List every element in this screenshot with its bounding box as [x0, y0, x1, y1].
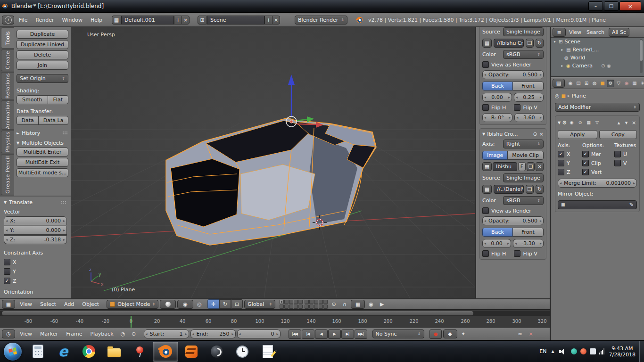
outliner-item-scene[interactable]: ▾ ⊞ Scene — [551, 38, 644, 46]
taskbar-notepad-button[interactable] — [256, 342, 280, 361]
multiedit-mode-button[interactable]: MultiEdit mode s... — [17, 168, 68, 177]
mirror-u-checkbox[interactable]: U — [614, 151, 637, 157]
mirror-x-checkbox[interactable]: X — [558, 151, 579, 157]
volume-icon[interactable] — [559, 349, 567, 354]
taskbar-beamng-button[interactable] — [179, 342, 204, 361]
unlink-image-button[interactable]: × — [536, 162, 544, 171]
duplicate-button[interactable]: Duplicate — [17, 30, 68, 39]
depth-back-button[interactable]: Back — [482, 82, 513, 90]
copy-modifier-button[interactable]: Copy — [599, 130, 637, 139]
view-menu[interactable]: View — [17, 301, 35, 307]
offset-x-field[interactable]: 0.00 — [482, 239, 511, 248]
taskbar-blender-button[interactable] — [153, 342, 178, 362]
tab-texture[interactable]: ▦ — [631, 80, 638, 87]
image-browse-button[interactable]: ▦ — [482, 39, 492, 48]
search-menu[interactable]: Search — [585, 29, 606, 35]
tab-render[interactable]: ◉ — [567, 80, 574, 87]
help-menu[interactable]: Help — [87, 17, 106, 23]
tab-render-layers[interactable]: ▤ — [575, 80, 582, 87]
delete-button[interactable]: Delete — [17, 50, 68, 59]
toolshelf-tab-animation[interactable]: Animation — [1, 100, 14, 130]
maximize-button[interactable]: □ — [604, 1, 619, 11]
fake-user-button[interactable]: F — [518, 162, 526, 171]
timeline-scrollbar[interactable] — [0, 311, 550, 316]
shade-smooth-button[interactable]: Smooth — [17, 95, 48, 104]
outliner-item-renderlayer[interactable]: ▸ ▤ RenderL... — [551, 46, 644, 54]
eyedropper-icon[interactable]: ✎ — [629, 202, 634, 207]
frame-end-field[interactable]: End:250 — [190, 329, 236, 338]
modifier-move-down-button[interactable]: ▾ — [623, 118, 629, 127]
tray-app-white-icon[interactable] — [590, 348, 596, 354]
jump-to-start-button[interactable]: |◀◀ — [289, 329, 301, 339]
add-menu[interactable]: Add — [61, 301, 77, 307]
image-path-field[interactable]: //Ibishu Cro... — [494, 39, 524, 48]
start-button[interactable] — [4, 343, 22, 361]
multiple-objects-panel-header[interactable]: ▼ Multiple Objects — [17, 140, 68, 146]
delete-screen-layout-button[interactable]: × — [182, 16, 190, 25]
open-image-button[interactable]: ❏ — [526, 39, 534, 48]
frame-menu[interactable]: Frame — [63, 331, 85, 337]
editor-type-button[interactable]: ≡ — [553, 28, 566, 37]
taskbar-internet-explorer-button[interactable]: e — [51, 342, 75, 361]
depth-front-button[interactable]: Front — [512, 82, 544, 90]
lock-time-cursor-toggle[interactable]: ⊙ — [129, 330, 139, 338]
modifier-move-up-button[interactable]: ▴ — [616, 118, 622, 127]
multiedit-enter-button[interactable]: MultiEdit Enter — [17, 148, 68, 156]
expander-icon[interactable]: ▸ — [560, 64, 564, 68]
color-space-dropdown[interactable]: sRGB — [503, 196, 544, 205]
view-as-render-checkbox[interactable]: View as Render — [482, 61, 544, 68]
image-path-field[interactable]: //..\Daniel\V... — [494, 185, 524, 194]
scene-browse-button[interactable]: ⊞ — [198, 16, 207, 25]
open-image-button[interactable]: ❏ — [526, 185, 534, 194]
tab-object-data[interactable]: ▽ — [615, 80, 622, 87]
expander-icon[interactable]: ▾ — [553, 40, 557, 44]
modifier-panel-header[interactable]: ▼ ⚙ ◉ ⊙ ▦ ▽ ▴ ▾ × — [558, 118, 637, 127]
tab-object[interactable]: ■ — [599, 80, 606, 87]
window-menu[interactable]: Window — [59, 17, 86, 23]
opengl-render-anim-button[interactable]: ▶ — [377, 300, 387, 308]
file-menu[interactable]: File — [16, 17, 31, 23]
current-frame-field[interactable]: 0 — [237, 329, 281, 338]
editor-type-button[interactable]: ▦ — [2, 300, 15, 309]
editor-type-button[interactable]: ◷ — [2, 329, 15, 338]
bg-image-entry-header[interactable]: ▼ Ibishu Cro... ⊙ × — [482, 131, 544, 137]
insert-keyframe-button[interactable]: ✦ — [459, 330, 468, 338]
image-datablock-field[interactable]: Ibishu — [493, 162, 517, 171]
open-image-button[interactable]: ❏ — [527, 162, 535, 171]
marker-menu[interactable]: Marker — [37, 331, 61, 337]
expander-icon[interactable]: ▸ — [560, 48, 564, 52]
flip-v-checkbox[interactable]: Flip V — [514, 250, 544, 257]
modifier-cage-toggle[interactable]: ▽ — [594, 119, 601, 126]
mirror-v-checkbox[interactable]: V — [614, 160, 637, 166]
toolshelf-tab-relations[interactable]: Relations — [1, 72, 14, 99]
window-titlebar[interactable]: Blender* [E:\CrownHybrid.blend] – □ × — [0, 0, 644, 13]
screen-layout-browse-button[interactable]: ▦ — [112, 16, 121, 25]
modifier-delete-button[interactable]: × — [631, 118, 637, 127]
layers-group-1[interactable] — [280, 300, 303, 309]
outliner-filter-dropdown[interactable]: All Sc — [609, 28, 629, 37]
taskbar-media-player-button[interactable] — [205, 342, 229, 361]
multiedit-exit-button[interactable]: MultiEdit Exit — [17, 158, 68, 167]
taskbar-clock-app-button[interactable] — [230, 342, 255, 361]
next-keyframe-button[interactable]: ▶| — [341, 329, 354, 339]
taskbar-calculator-button[interactable] — [25, 342, 50, 361]
offset-y-field[interactable]: -3.30 — [513, 239, 544, 248]
view-menu[interactable]: View — [17, 331, 35, 337]
translate-x-field[interactable]: X:0.000 — [4, 216, 67, 225]
duplicate-linked-button[interactable]: Duplicate Linked — [17, 40, 68, 49]
view-menu[interactable]: View — [567, 29, 583, 35]
opengl-render-button[interactable]: ◉ — [366, 300, 376, 308]
tab-movie-clip[interactable]: Movie Clip — [507, 151, 544, 160]
eye-icon[interactable]: ⊙ — [533, 132, 537, 137]
jump-to-end-button[interactable]: ▶▶| — [355, 329, 367, 339]
play-reverse-button[interactable]: ◀ — [315, 329, 328, 339]
outliner-item-world[interactable]: ◍ World — [551, 54, 644, 62]
toolshelf-tab-tools[interactable]: Tools — [1, 27, 14, 49]
flip-h-checkbox[interactable]: Flip H — [482, 104, 512, 111]
editor-type-button[interactable]: ▤ — [553, 79, 565, 88]
system-clock[interactable]: 9:43 AM 7/28/2018 — [609, 346, 636, 358]
language-indicator[interactable]: EN — [539, 348, 546, 354]
tab-particles[interactable]: ✳ — [639, 80, 644, 87]
data-transfer-layout-button[interactable]: Data La — [38, 116, 68, 125]
modifier-render-toggle[interactable]: ◉ — [568, 119, 575, 126]
